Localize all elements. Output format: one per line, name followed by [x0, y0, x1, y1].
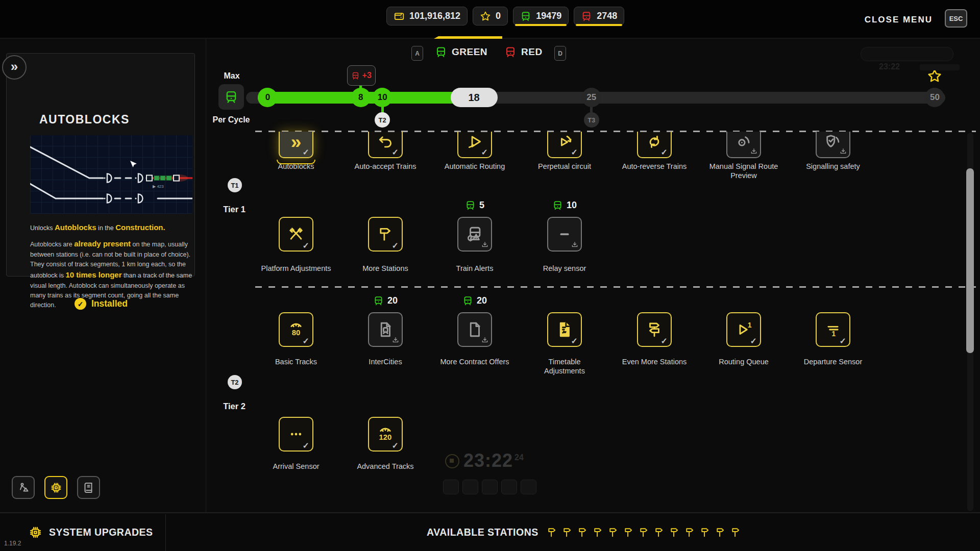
upgrade-card-even-more-stations[interactable]: ✓	[637, 312, 672, 347]
purchased-check-icon: ✓	[392, 147, 399, 157]
background-search-remnant	[861, 47, 953, 61]
svg-text:1: 1	[831, 330, 836, 338]
track-diagram: ▶ 423	[30, 135, 192, 214]
upgrade-card-timetable-adjustments[interactable]: ✓	[547, 312, 582, 347]
tier1-label: Tier 1	[214, 205, 255, 214]
upgrade-label: More Contract Offers	[426, 357, 523, 366]
upgrade-card-perpetual-circuit[interactable]: ✓	[547, 132, 582, 158]
highlighted-text: Construction.	[115, 223, 165, 232]
panel-collapse-button[interactable]: »	[2, 55, 27, 80]
tracks-icon: 120	[377, 425, 394, 443]
upgrade-label: Timetable Adjustments	[534, 357, 595, 375]
highlighted-text: 10 times longer	[65, 270, 121, 279]
scrollbar-thumb[interactable]	[966, 168, 974, 353]
green-train-icon	[520, 11, 531, 22]
upgrade-label: Auto-accept Trains	[337, 162, 434, 171]
train-requirement-badge: 10	[542, 200, 587, 211]
station-signpost-icon	[577, 526, 589, 539]
upgrade-label: Manual Signal Route Preview	[700, 162, 788, 180]
highlighted-text: already present	[74, 239, 131, 248]
purchased-check-icon: ✓	[392, 441, 399, 450]
slider-current-handle[interactable]: 18	[451, 88, 498, 107]
upgrade-card-autoblocks[interactable]: »✓	[279, 132, 313, 158]
green-train-icon	[224, 90, 238, 104]
map-label: 423	[157, 184, 164, 189]
bottom-bar-divider	[165, 514, 166, 551]
purchased-check-icon: ✓	[661, 336, 668, 346]
column-divider	[206, 39, 206, 512]
stars-pill: 0	[473, 7, 508, 26]
background-clock-icon	[445, 454, 459, 468]
available-stations-group: AVAILABLE STATIONS	[427, 513, 742, 551]
tab-a[interactable]: A	[411, 46, 423, 61]
background-clock: 23:22	[463, 450, 513, 471]
train-requirement-count: 5	[479, 200, 484, 211]
chip-icon	[50, 482, 62, 494]
money-pill: 101,916,812	[386, 7, 468, 26]
download-icon	[481, 336, 489, 344]
upgrade-card-intercities[interactable]	[368, 312, 403, 347]
purchased-check-icon: ✓	[571, 336, 578, 346]
upgrade-card-auto-reverse-trains[interactable]: ✓	[637, 132, 672, 158]
upgrade-card-train-alerts[interactable]	[457, 217, 492, 252]
upgrade-card-advanced-tracks[interactable]: 120✓	[368, 417, 403, 452]
star-icon	[927, 68, 942, 84]
background-speed-button	[501, 480, 517, 494]
doc-icon	[466, 321, 483, 338]
download-icon	[481, 241, 489, 249]
upgrade-card-basic-tracks[interactable]: 80✓	[279, 312, 313, 347]
manual-menu-button[interactable]	[77, 476, 100, 499]
upgrade-card-arrival-sensor[interactable]: ✓	[279, 417, 313, 452]
stars-value: 0	[496, 11, 501, 21]
tier-marker-t2: T2	[375, 112, 390, 128]
tier1-badge: T1	[228, 178, 242, 192]
available-stations-label: AVAILABLE STATIONS	[427, 527, 538, 538]
background-speed-button	[462, 480, 478, 494]
upgrade-card-manual-signal-route-preview[interactable]	[726, 132, 761, 158]
system-upgrades-title: SYSTEM UPGRADES	[49, 527, 153, 538]
chevrons-icon: »	[291, 133, 302, 152]
purchased-check-icon: ✓	[303, 441, 309, 450]
purchased-check-icon: ✓	[571, 147, 578, 157]
chip-icon	[29, 525, 42, 539]
tab-green[interactable]: GREEN	[435, 44, 487, 60]
slider-stop-10: 10	[373, 88, 392, 107]
upgrade-card-auto-accept-trains[interactable]: ✓	[368, 132, 403, 158]
station-signpost-icon	[546, 526, 558, 539]
upgrade-card-relay-sensor[interactable]	[547, 217, 582, 252]
bonus-value: +3	[362, 71, 372, 80]
dash-icon	[556, 226, 573, 243]
upgrade-card-routing-queue[interactable]: 1✓	[726, 312, 761, 347]
money-value: 101,916,812	[409, 11, 460, 21]
close-menu-button[interactable]: CLOSE MENU	[865, 15, 933, 25]
station-signpost-icon	[638, 526, 650, 539]
upgrade-card-automatic-routing[interactable]: ✓	[457, 132, 492, 158]
tab-d[interactable]: D	[554, 46, 566, 61]
upgrade-card-more-contract-offers[interactable]	[457, 312, 492, 347]
upgrade-label: Signalling safety	[785, 162, 881, 171]
upgrade-card-signalling-safety[interactable]	[816, 132, 850, 158]
signpost-icon	[377, 226, 394, 243]
resource-pills: 101,916,812 0 19479 2748	[386, 7, 624, 26]
system-upgrades-header: SYSTEM UPGRADES	[29, 513, 153, 551]
train-alert-icon	[466, 226, 483, 243]
upgrade-card-departure-sensor[interactable]: 1✓	[816, 312, 850, 347]
max-per-cycle-slider[interactable]: 0+38T210T3255018	[246, 92, 945, 104]
upgrade-card-platform-adjustments[interactable]: ✓	[279, 217, 313, 252]
tier2-separator	[255, 286, 976, 288]
wallet-icon	[394, 11, 405, 22]
autoblocks-preview-image: ▶ 423	[30, 135, 192, 214]
upgrade-label: Even More Stations	[606, 357, 703, 366]
system-upgrades-menu-button[interactable]	[44, 476, 67, 499]
green-train-icon	[552, 200, 563, 211]
book-icon	[83, 482, 95, 494]
dots-icon	[287, 425, 305, 443]
tab-red[interactable]: RED	[504, 44, 543, 60]
background-speed-button	[482, 480, 498, 494]
version-label: 1.19.2	[4, 540, 21, 547]
esc-key-badge[interactable]: ESC	[945, 9, 967, 28]
slider-stop-0: 0	[258, 88, 277, 107]
upgrade-card-more-stations[interactable]: ✓	[368, 217, 403, 252]
svg-text:1: 1	[748, 321, 752, 329]
construction-menu-button[interactable]	[12, 476, 35, 499]
